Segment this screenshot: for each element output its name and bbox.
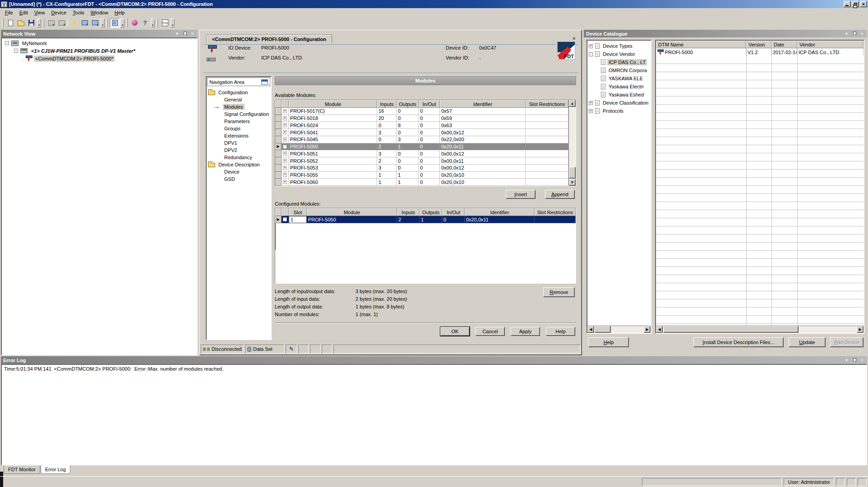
available-module-row[interactable]: PROFI-5060 1 1 0 0x20,0x10 <box>275 179 568 186</box>
network-tree-node[interactable]: <CommDTMCOM:2> PROFI-5000* <box>2 55 196 62</box>
dtm-list-row[interactable]: PROFI-5000 V1.2 2017-02-14 ICP DAS Co., … <box>656 48 863 56</box>
catalogue-tree-item[interactable]: Protocols <box>587 107 651 115</box>
expand-plus-icon[interactable] <box>283 173 287 177</box>
catalogue-tree-item[interactable]: Device Classification <box>587 99 651 107</box>
row-expand-cell[interactable] <box>282 216 289 223</box>
scrollbar-track[interactable] <box>569 107 576 179</box>
tree-expander-icon[interactable] <box>589 44 593 48</box>
remove-button[interactable]: Remove <box>543 287 575 297</box>
dialog-help-button[interactable]: Help <box>546 327 575 336</box>
row-expand-cell[interactable] <box>282 115 289 122</box>
column-header-vendor[interactable]: Vendor <box>797 41 863 48</box>
column-header-module[interactable]: Module <box>289 100 377 108</box>
close-button[interactable]: × <box>860 1 867 7</box>
expand-plus-icon[interactable] <box>283 123 287 127</box>
expand-plus-icon[interactable] <box>283 166 287 170</box>
install-device-description-button[interactable]: Install Device Description Files... <box>693 337 784 347</box>
expand-plus-icon[interactable] <box>283 217 287 221</box>
column-header-module[interactable]: Module <box>307 208 397 216</box>
menu-item[interactable]: Device <box>48 9 69 16</box>
expand-plus-icon[interactable] <box>283 116 287 120</box>
scrollbar-thumb[interactable] <box>569 167 576 179</box>
panel-pin-button[interactable] <box>851 357 857 363</box>
row-expand-cell[interactable] <box>282 150 289 157</box>
toolbar-overflow-chevron[interactable]: ▾ <box>101 18 105 28</box>
menu-item[interactable]: Tools <box>69 9 88 16</box>
toolbar-grip[interactable] <box>126 18 128 28</box>
monitor-upload-button[interactable] <box>90 18 100 28</box>
ok-button[interactable]: OK <box>440 327 470 336</box>
available-module-row[interactable]: PROFI-5024 0 8 0 0x63 <box>275 122 568 129</box>
available-module-row[interactable]: PROFI-5018 20 0 0 0x59 <box>275 115 568 122</box>
configured-module-row[interactable]: ▶ 1 PROFI-5050 2 1 0 0x20,0x11 <box>275 216 576 223</box>
scroll-left-button[interactable]: ◀ <box>656 326 663 333</box>
scrollbar-track[interactable] <box>663 326 857 333</box>
column-header-inout[interactable]: In/Out <box>442 208 465 216</box>
scroll-left-button[interactable]: ◀ <box>587 326 594 333</box>
row-expand-cell[interactable] <box>282 136 289 143</box>
row-expand-cell[interactable] <box>282 108 289 115</box>
expand-plus-icon[interactable] <box>283 130 287 134</box>
column-header-outputs[interactable]: Outputs <box>397 100 419 108</box>
column-header-dtm-name[interactable]: DTM Name <box>656 41 746 48</box>
navigation-item[interactable]: Configuration <box>206 89 271 96</box>
html-export-button[interactable]: HTML <box>160 18 170 28</box>
horizontal-scrollbar[interactable]: ◀ ▶ <box>656 326 863 333</box>
tree-expander-icon[interactable] <box>589 109 593 113</box>
expand-plus-icon[interactable] <box>283 152 287 156</box>
scroll-right-button[interactable]: ▶ <box>857 326 863 333</box>
available-module-row[interactable]: PROFI-5052 2 0 0 0x00,0x11 <box>275 157 568 165</box>
expand-plus-icon[interactable] <box>283 180 287 184</box>
navigation-item[interactable]: Extensions <box>206 132 271 139</box>
available-module-row[interactable]: PROFI-5051 3 0 0 0x00,0x12 <box>275 150 568 157</box>
navigation-item[interactable]: DPV2 <box>206 147 271 154</box>
navigation-item[interactable]: Redundancy <box>206 154 271 161</box>
panel-menu-button[interactable]: ▼ <box>844 31 850 37</box>
row-expand-cell[interactable] <box>282 157 289 165</box>
cancel-button[interactable]: Cancel <box>476 327 505 336</box>
column-header-outputs[interactable]: Outputs <box>420 208 442 216</box>
panel-close-button[interactable]: ✕ <box>859 357 865 363</box>
available-module-row[interactable]: PROFI-5041 3 0 0 0x00,0x12 <box>275 129 568 136</box>
column-header-date[interactable]: Date <box>771 41 797 48</box>
navigation-item[interactable]: Device Description <box>206 161 271 168</box>
expand-plus-icon[interactable] <box>283 145 287 149</box>
catalogue-tree-item[interactable]: Yaskawa Eshed <box>587 91 651 99</box>
catalogue-help-button[interactable]: Help <box>588 337 629 347</box>
tree-expander-icon[interactable] <box>5 41 9 45</box>
menu-item[interactable]: File <box>2 9 16 16</box>
expand-plus-icon[interactable] <box>283 159 287 163</box>
scroll-right-button[interactable]: ▶ <box>644 326 651 333</box>
restore-button[interactable] <box>852 1 859 7</box>
go-online-button[interactable] <box>69 18 79 28</box>
toolbar-overflow-chevron[interactable]: ▾ <box>37 18 41 28</box>
toolbar-grip[interactable] <box>2 18 4 28</box>
available-module-row[interactable]: PROFI-5055 1 1 0 0x20,0x10 <box>275 172 568 179</box>
navigation-item[interactable]: Modules <box>206 103 271 110</box>
row-expand-cell[interactable] <box>282 179 289 186</box>
vertical-scrollbar[interactable]: ▲ ▼ <box>568 100 576 186</box>
tree-expander-icon[interactable] <box>589 101 593 105</box>
menu-item[interactable]: Edit <box>16 9 31 16</box>
panel-close-button[interactable]: ✕ <box>189 31 195 37</box>
available-module-row[interactable]: PROFI-5053 3 0 0 0x00,0x12 <box>275 165 568 172</box>
panel-close-button[interactable]: ✕ <box>859 31 865 37</box>
column-header-inout[interactable]: In/Out <box>419 100 440 108</box>
scrollbar-thumb[interactable] <box>595 326 611 333</box>
column-header-identifier[interactable]: Identifier <box>440 100 526 108</box>
menu-item[interactable]: Window <box>88 9 111 16</box>
column-header-version[interactable]: Version <box>746 41 771 48</box>
about-button[interactable] <box>129 18 140 28</box>
scroll-up-button[interactable]: ▲ <box>569 100 576 107</box>
navigation-item[interactable]: Signal Configuration <box>206 110 271 118</box>
scroll-down-button[interactable]: ▼ <box>569 179 576 186</box>
expand-plus-icon[interactable] <box>283 109 287 113</box>
update-button[interactable]: Update <box>789 337 826 347</box>
horizontal-scrollbar[interactable]: ◀ ▶ <box>587 326 651 333</box>
toolbar-overflow-chevron[interactable]: ▾ <box>171 18 175 28</box>
catalogue-tree-item[interactable]: ICP DAS Co., LT <box>587 58 651 66</box>
navigation-item[interactable]: Parameters <box>206 118 271 125</box>
toolbar-grip[interactable] <box>106 18 108 28</box>
toolbar-grip[interactable] <box>157 18 158 28</box>
download-to-device-button[interactable] <box>46 18 56 28</box>
